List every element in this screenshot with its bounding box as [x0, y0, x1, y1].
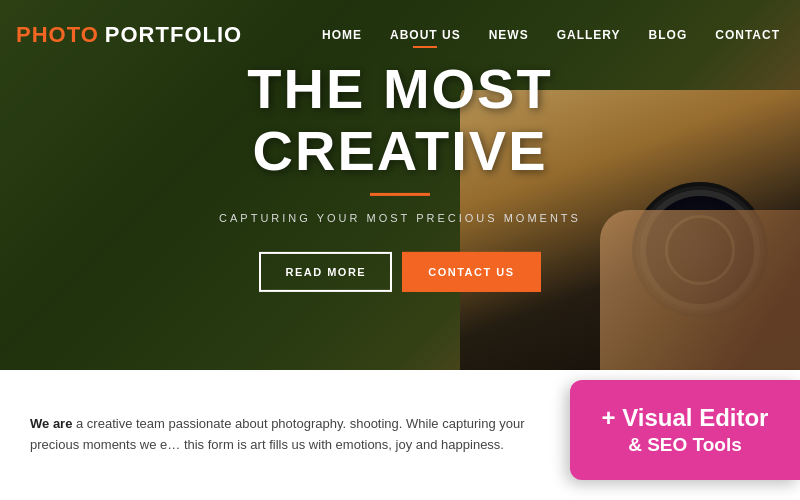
hero-subtitle: CAPTURING YOUR MOST PRECIOUS MOMENTS	[100, 212, 700, 224]
contact-us-button[interactable]: CONTACT US	[402, 252, 540, 292]
hero-content: THE MOST CREATIVE CAPTURING YOUR MOST PR…	[100, 58, 700, 292]
logo[interactable]: PHOTO PORTFOLIO	[16, 22, 242, 48]
nav-gallery[interactable]: GALLERY	[557, 28, 621, 42]
nav-home[interactable]: HOME	[322, 28, 362, 42]
nav-blog[interactable]: BLOG	[649, 28, 688, 42]
nav-contact[interactable]: CONTACT	[715, 28, 780, 42]
logo-photo: PHOTO	[16, 22, 99, 48]
logo-portfolio: PORTFOLIO	[105, 22, 242, 48]
main-nav: HOME ABOUT US NEWS GALLERY BLOG CONTACT	[322, 28, 780, 42]
header: PHOTO PORTFOLIO HOME ABOUT US NEWS GALLE…	[0, 0, 800, 70]
nav-about[interactable]: ABOUT US	[390, 28, 461, 42]
bottom-text: We are a creative team passionate about …	[30, 414, 550, 456]
hero-section: PHOTO PORTFOLIO HOME ABOUT US NEWS GALLE…	[0, 0, 800, 370]
hero-divider	[370, 193, 430, 196]
read-more-button[interactable]: READ MORE	[259, 252, 392, 292]
nav-news[interactable]: NEWS	[489, 28, 529, 42]
hero-title: THE MOST CREATIVE	[100, 58, 700, 181]
visual-editor-badge[interactable]: + Visual Editor & SEO Tools	[570, 380, 800, 480]
visual-editor-text: + Visual Editor & SEO Tools	[602, 402, 769, 458]
hero-buttons: READ MORE CONTACT US	[100, 252, 700, 292]
badge-line1: + Visual Editor	[602, 404, 769, 431]
badge-line2: & SEO Tools	[628, 434, 742, 455]
